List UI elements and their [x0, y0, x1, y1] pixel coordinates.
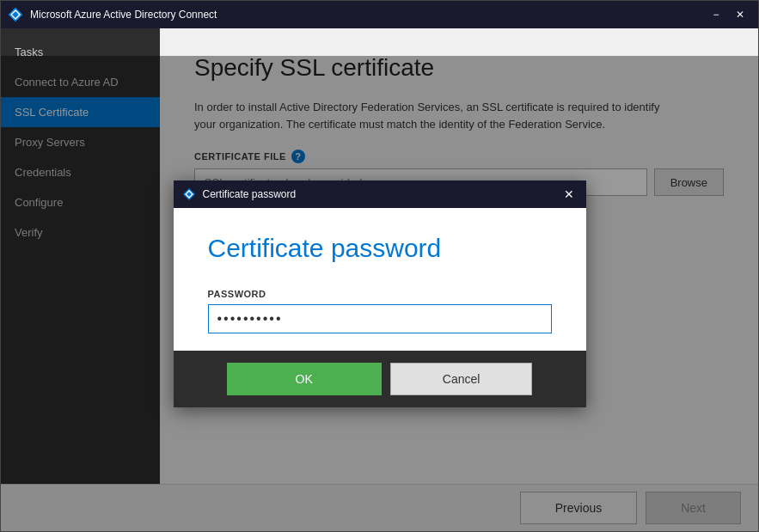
- password-input[interactable]: [208, 304, 552, 333]
- modal-overlay: Certificate password ✕ Certificate passw…: [1, 56, 758, 531]
- window-title: Microsoft Azure Active Directory Connect: [30, 9, 705, 21]
- modal-title-bar: Certificate password ✕: [174, 180, 586, 208]
- minimize-button[interactable]: −: [705, 6, 727, 23]
- modal-ok-button[interactable]: OK: [227, 363, 382, 395]
- window-controls: − ✕: [705, 6, 751, 23]
- password-label: PASSWORD: [208, 289, 552, 299]
- modal-footer: OK Cancel: [174, 351, 586, 407]
- app-window: Microsoft Azure Active Directory Connect…: [0, 0, 759, 532]
- modal-cancel-button[interactable]: Cancel: [390, 363, 533, 395]
- modal-title-text: Certificate password: [203, 188, 560, 200]
- modal-body: Certificate password PASSWORD: [174, 208, 586, 351]
- title-bar: Microsoft Azure Active Directory Connect…: [1, 1, 758, 28]
- close-button[interactable]: ✕: [729, 6, 751, 23]
- modal-close-button[interactable]: ✕: [560, 186, 578, 203]
- modal-heading: Certificate password: [208, 234, 552, 263]
- app-icon: [8, 7, 23, 22]
- certificate-password-modal: Certificate password ✕ Certificate passw…: [174, 180, 586, 407]
- modal-icon: [182, 187, 196, 201]
- window-body: Tasks Connect to Azure AD SSL Certificat…: [1, 28, 758, 531]
